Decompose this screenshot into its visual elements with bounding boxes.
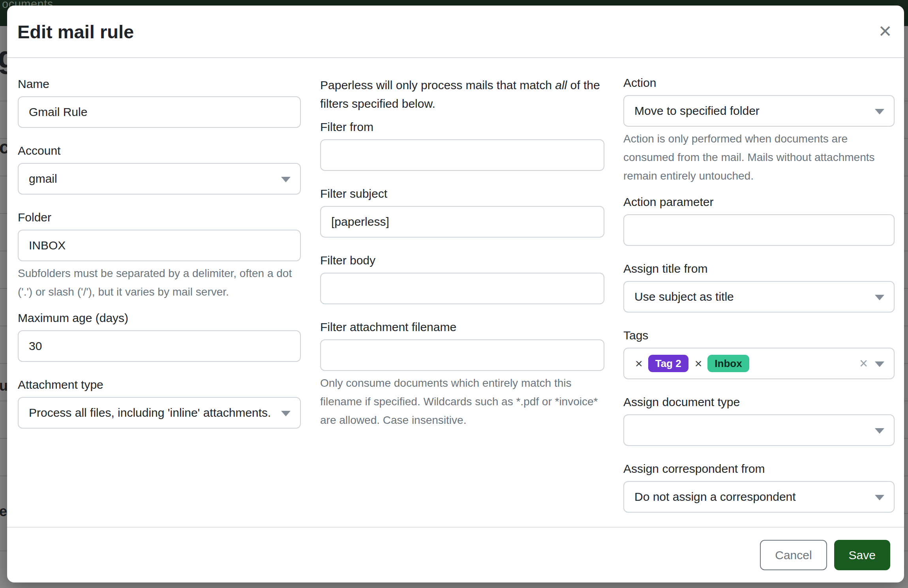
filter-body-input[interactable] <box>320 273 604 304</box>
filter-filename-label: Filter attachment filename <box>320 320 604 334</box>
assign-doctype-label: Assign document type <box>623 395 895 409</box>
action-parameter-label: Action parameter <box>623 195 895 209</box>
attachment-type-label: Attachment type <box>18 378 301 392</box>
action-label: Action <box>623 76 895 90</box>
assign-title-selected-value: Use subject as title <box>634 290 884 303</box>
column-general: Name Account gmail Folder Subfolders mus… <box>18 59 301 444</box>
tags-select[interactable]: × Tag 2 × Inbox × <box>623 348 895 379</box>
save-button[interactable]: Save <box>834 540 890 570</box>
backdrop-letter-fragment: e <box>0 504 7 519</box>
backdrop-letter-fragment: g <box>0 42 7 73</box>
backdrop-right-strip <box>904 26 908 588</box>
name-label: Name <box>18 77 301 91</box>
backdrop-letter-fragment: co <box>0 138 7 156</box>
action-parameter-input[interactable] <box>623 214 895 246</box>
dialog-footer: Cancel Save <box>7 527 904 582</box>
filter-from-label: Filter from <box>320 120 604 134</box>
assign-correspondent-label: Assign correspondent from <box>623 462 895 476</box>
caret-down-icon <box>875 295 884 300</box>
filter-from-input[interactable] <box>320 139 604 171</box>
caret-down-icon <box>875 361 884 367</box>
assign-correspondent-select[interactable]: Do not assign a correspondent <box>623 481 895 513</box>
caret-down-icon <box>281 177 291 182</box>
name-input[interactable] <box>18 96 301 128</box>
caret-down-icon <box>875 109 884 114</box>
account-selected-value: gmail <box>29 172 290 185</box>
assign-title-label: Assign title from <box>623 262 895 276</box>
assign-doctype-select[interactable] <box>623 414 895 446</box>
tag-chip: Tag 2 <box>648 355 689 372</box>
dialog-header: Edit mail rule ✕ <box>7 6 904 58</box>
close-button[interactable]: ✕ <box>875 21 895 42</box>
edit-mail-rule-dialog: Edit mail rule ✕ Name Account gmail Fold… <box>7 6 904 582</box>
caret-down-icon <box>281 411 291 416</box>
assign-title-select[interactable]: Use subject as title <box>623 281 895 313</box>
filter-filename-help-text: Only consume documents which entirely ma… <box>320 374 604 429</box>
folder-help-text: Subfolders must be separated by a delimi… <box>18 264 301 301</box>
clear-tags-icon[interactable]: × <box>859 356 868 371</box>
filter-subject-input[interactable] <box>320 206 604 238</box>
caret-down-icon <box>875 428 884 434</box>
attachment-type-selected-value: Process all files, including 'inline' at… <box>29 406 290 419</box>
action-select[interactable]: Move to specified folder <box>623 95 895 127</box>
backdrop-letter-fragment: u <box>0 379 7 393</box>
intro-italic-word: all <box>555 79 567 92</box>
action-help-text: Action is only performed when documents … <box>623 129 895 185</box>
attachment-type-select[interactable]: Process all files, including 'inline' at… <box>18 397 301 429</box>
screen: ocuments g co u e Edit mail rule ✕ Name … <box>0 0 908 588</box>
column-action: Action Move to specified folder Action i… <box>623 59 895 528</box>
folder-input[interactable] <box>18 230 301 261</box>
caret-down-icon <box>875 495 884 500</box>
filter-filename-input[interactable] <box>320 339 604 371</box>
action-selected-value: Move to specified folder <box>634 104 884 118</box>
backdrop-left-strip: g co u e <box>0 26 7 588</box>
filter-body-label: Filter body <box>320 253 604 268</box>
account-select[interactable]: gmail <box>18 163 301 195</box>
tag-chip: Inbox <box>707 355 749 372</box>
backdrop-row-lines <box>904 64 908 553</box>
tags-label: Tags <box>623 328 895 343</box>
filters-intro-text: Paperless will only process mails that m… <box>320 76 604 113</box>
remove-tag-icon[interactable]: × <box>635 357 643 370</box>
filter-subject-label: Filter subject <box>320 187 604 201</box>
dialog-title: Edit mail rule <box>17 21 904 43</box>
max-age-label: Maximum age (days) <box>18 311 301 325</box>
cancel-button[interactable]: Cancel <box>760 540 827 570</box>
assign-correspondent-selected-value: Do not assign a correspondent <box>634 490 884 504</box>
column-filters: Paperless will only process mails that m… <box>320 59 604 439</box>
close-icon: ✕ <box>878 23 892 40</box>
remove-tag-icon[interactable]: × <box>695 357 702 370</box>
account-label: Account <box>18 144 301 158</box>
max-age-input[interactable] <box>18 330 301 362</box>
folder-label: Folder <box>18 210 301 225</box>
